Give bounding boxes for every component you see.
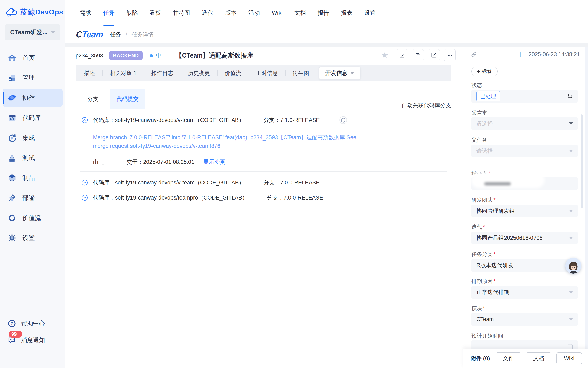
status-badge[interactable]: 已处理	[476, 91, 500, 101]
tab-defects[interactable]: 缺陷	[120, 0, 144, 26]
breadcrumb-separator: /	[126, 31, 127, 37]
deploy-icon	[8, 193, 16, 202]
subtab-commits[interactable]: 代码提交	[110, 89, 145, 109]
created-timestamp: 2025-06-23 14:38:21	[525, 51, 580, 58]
edit-button[interactable]	[396, 49, 408, 61]
subtab-branch[interactable]: 分支	[76, 89, 110, 109]
sidebar-item-deploy[interactable]: 部署	[0, 190, 65, 206]
docs-button[interactable]: 文档	[526, 352, 552, 364]
commits-panel: 代码库： soft-fy19-canway-devops/v-team（CODE…	[76, 109, 451, 356]
help-center[interactable]: ? 帮助中心	[0, 318, 65, 329]
planned-start-label: 预计开始时间	[471, 332, 503, 340]
schedule-reason-select[interactable]: 正常迭代排期	[471, 286, 578, 299]
assistant-avatar[interactable]	[565, 258, 581, 274]
tab-iteration[interactable]: 迭代	[196, 0, 219, 26]
parent-demand-label: 父需求	[471, 109, 487, 116]
files-button[interactable]: 文件	[496, 352, 521, 364]
tab-settings[interactable]: 设置	[358, 0, 382, 26]
sidebar-item-artifact[interactable]: 制品	[0, 170, 65, 186]
refresh-icon[interactable]	[339, 116, 347, 124]
parent-task-select[interactable]: 请选择	[471, 145, 578, 157]
copy-icon	[415, 52, 421, 58]
sidebar-item-test[interactable]: 测试	[0, 150, 65, 166]
iteration-value: 协同产品组20250616-0706	[476, 234, 543, 242]
tab-history[interactable]: 历史变更	[181, 69, 217, 77]
branch-name: 7.1.0-RELEASE	[280, 117, 320, 123]
status-field[interactable]: 已处理	[471, 90, 578, 102]
tab-wiki[interactable]: Wiki	[266, 0, 289, 26]
show-changes-link[interactable]: 显示变更	[203, 158, 226, 166]
modules-icon	[8, 74, 16, 82]
branch-name: 7.0.0-RELEASE	[280, 180, 320, 186]
sidebar-item-home[interactable]: 首页	[0, 50, 65, 65]
tab-work-hours[interactable]: 工时信息	[249, 69, 285, 77]
code-repo-icon	[8, 114, 16, 122]
more-button[interactable]	[444, 49, 456, 61]
repo-name: soft-fy19-canway-devops/teampro（CODE_GIT…	[115, 194, 248, 201]
notifications-label: 消息通知	[21, 336, 45, 344]
tab-version[interactable]: 版本	[219, 0, 243, 26]
tab-reports[interactable]: 报告	[312, 0, 335, 26]
attachments-label[interactable]: 附件 (0)	[470, 355, 490, 362]
sidebar-item-integration[interactable]: 集成	[0, 130, 65, 146]
tab-tasks[interactable]: 任务	[97, 0, 120, 26]
tab-documents[interactable]: 文档	[289, 0, 312, 26]
tab-value-stream[interactable]: 价值流	[217, 69, 249, 77]
chevron-down-icon	[569, 122, 573, 125]
tab-activity[interactable]: 活动	[243, 0, 266, 26]
iteration-select[interactable]: 协同产品组20250616-0706	[471, 232, 578, 244]
dev-team-label: 研发团队*	[471, 196, 496, 204]
breadcrumb-section[interactable]: 任务	[110, 31, 121, 38]
assignee-field[interactable]	[471, 177, 578, 190]
copy-button[interactable]	[412, 49, 424, 61]
tab-dev-info[interactable]: 开发信息	[319, 67, 360, 80]
expand-chevron-down-icon[interactable]	[81, 179, 88, 186]
change-status-icon[interactable]	[567, 93, 573, 100]
commit-time: 交于：2025-07-01 08:25:01	[127, 158, 194, 166]
iteration-label: 迭代*	[471, 223, 485, 230]
tab-dashboards[interactable]: 报表	[335, 0, 358, 26]
app-logo[interactable]: 蓝鲸DevOps	[6, 7, 63, 18]
add-tag-button[interactable]: + 标签	[471, 67, 498, 76]
open-external-button[interactable]	[428, 49, 440, 61]
project-selector-value: CTeam研发...	[10, 28, 51, 37]
sidebar-item-settings[interactable]: 设置	[0, 230, 65, 246]
chevron-down-icon	[569, 318, 573, 320]
commit-message-link[interactable]: Merge branch '7.0.0-RELEASE' into '7.1.0…	[93, 133, 366, 150]
dev-team-select[interactable]: 协同管理研发组	[471, 205, 578, 217]
scrollbar-thumb[interactable]	[581, 114, 583, 208]
task-tag-badge: BACKEND	[109, 51, 143, 60]
tab-derived-graph[interactable]: 衍生图	[285, 69, 317, 77]
task-category-label: 任务分类*	[471, 251, 496, 258]
tab-description[interactable]: 描述	[77, 69, 102, 77]
parent-demand-select[interactable]: 请选择	[471, 117, 578, 130]
tab-related-objects[interactable]: 相关对象 1	[102, 69, 144, 77]
test-icon	[8, 154, 16, 162]
repo-row-expanded: 代码库： soft-fy19-canway-devops/v-team（CODE…	[81, 114, 347, 126]
link-icon[interactable]	[470, 51, 477, 58]
tab-requirements[interactable]: 需求	[74, 0, 97, 26]
integration-icon	[8, 134, 16, 142]
wiki-button[interactable]: Wiki	[556, 352, 582, 364]
auto-link-repo-branch-link[interactable]: 自动关联代码库分支	[402, 102, 451, 110]
expand-chevron-down-icon[interactable]	[81, 194, 88, 201]
sidebar-item-collaboration[interactable]: T 协作	[0, 90, 65, 106]
breadcrumb: CTeam 任务 / 任务详情	[65, 26, 588, 43]
tab-kanban[interactable]: 看板	[144, 0, 167, 26]
sidebar-item-code-repo[interactable]: 代码库	[0, 110, 65, 126]
scrollbar-track[interactable]	[585, 47, 588, 368]
sidebar-item-manage[interactable]: 管理	[0, 70, 65, 86]
repo-label: 代码库：	[93, 179, 115, 186]
tab-dev-info-label: 开发信息	[326, 69, 347, 77]
module-select[interactable]: CTeam	[471, 313, 578, 325]
collapse-chevron-up-icon[interactable]	[81, 117, 88, 123]
tab-operation-log[interactable]: 操作日志	[144, 69, 181, 77]
task-category-select[interactable]: R版本迭代研发	[471, 259, 578, 272]
project-selector[interactable]: CTeam研发...	[5, 24, 60, 40]
task-actions	[381, 49, 456, 61]
notifications-count-badge: 99+	[9, 331, 22, 338]
tab-gantt[interactable]: 甘特图	[167, 0, 196, 26]
svg-text:?: ?	[11, 321, 13, 326]
sidebar-item-value-stream[interactable]: 价值流	[0, 210, 65, 226]
favorite-star-icon[interactable]	[381, 51, 389, 59]
